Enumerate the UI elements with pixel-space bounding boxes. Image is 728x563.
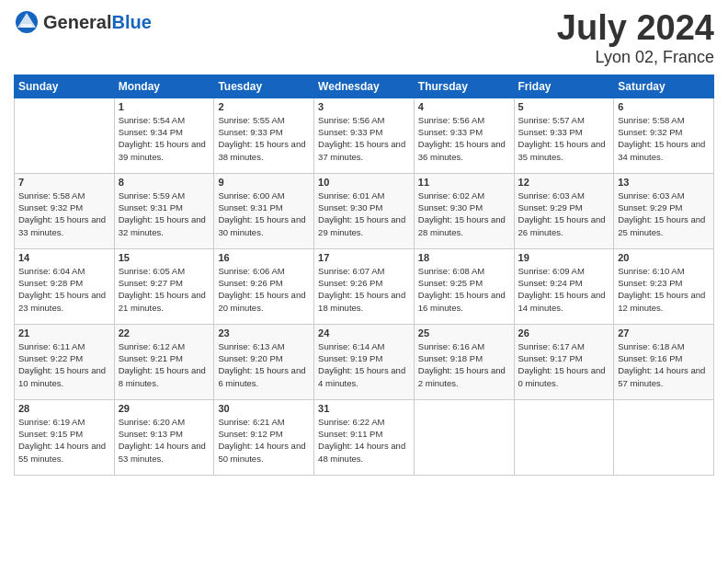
daylight: Daylight: 15 hours and 33 minutes. [18,214,106,236]
daylight: Daylight: 15 hours and 32 minutes. [119,214,206,236]
sunset: Sunset: 9:16 PM [618,353,682,363]
calendar-cell: 30Sunrise: 6:21 AMSunset: 9:12 PMDayligh… [214,399,314,475]
sunset: Sunset: 9:33 PM [418,127,483,137]
day-info: Sunrise: 6:07 AMSunset: 9:26 PMDaylight:… [318,265,410,314]
sunrise: Sunrise: 6:00 AM [218,190,284,201]
sunset: Sunset: 9:20 PM [218,353,282,363]
calendar-cell: 6Sunrise: 5:58 AMSunset: 9:32 PMDaylight… [614,98,714,173]
day-number: 20 [618,252,710,263]
day-info: Sunrise: 6:14 AMSunset: 9:19 PMDaylight:… [318,340,410,389]
sunrise: Sunrise: 5:59 AM [119,190,185,201]
sunset: Sunset: 9:26 PM [318,278,382,288]
day-info: Sunrise: 6:22 AMSunset: 9:11 PMDaylight:… [318,416,410,465]
calendar-week-2: 7Sunrise: 5:58 AMSunset: 9:32 PMDaylight… [15,173,714,248]
day-info: Sunrise: 6:11 AMSunset: 9:22 PMDaylight:… [18,340,110,389]
sunset: Sunset: 9:19 PM [318,353,382,363]
daylight: Daylight: 14 hours and 53 minutes. [119,441,206,463]
location-title: Lyon 02, France [557,48,714,67]
day-number: 23 [218,327,310,339]
calendar-cell: 21Sunrise: 6:11 AMSunset: 9:22 PMDayligh… [15,324,115,399]
sunset: Sunset: 9:15 PM [18,429,83,439]
sunrise: Sunrise: 6:03 AM [518,190,585,201]
day-header-tuesday: Tuesday [214,75,314,98]
sunset: Sunset: 9:13 PM [119,429,183,439]
sunset: Sunset: 9:32 PM [618,127,682,137]
sunset: Sunset: 9:21 PM [119,353,183,363]
daylight: Daylight: 15 hours and 34 minutes. [618,139,705,161]
day-info: Sunrise: 5:59 AMSunset: 9:31 PMDaylight:… [119,190,210,238]
day-info: Sunrise: 6:20 AMSunset: 9:13 PMDaylight:… [119,416,210,465]
sunset: Sunset: 9:33 PM [518,127,583,137]
day-number: 9 [218,177,310,188]
sunrise: Sunrise: 5:56 AM [418,115,484,125]
daylight: Daylight: 15 hours and 8 minutes. [119,365,206,387]
daylight: Daylight: 15 hours and 25 minutes. [618,214,705,236]
calendar-cell: 5Sunrise: 5:57 AMSunset: 9:33 PMDaylight… [514,98,614,173]
day-info: Sunrise: 6:02 AMSunset: 9:30 PMDaylight:… [418,190,510,238]
day-info: Sunrise: 5:58 AMSunset: 9:32 PMDaylight:… [618,114,710,163]
sunrise: Sunrise: 6:01 AM [318,190,384,201]
day-number: 15 [119,252,210,263]
daylight: Daylight: 15 hours and 16 minutes. [418,290,506,312]
sunset: Sunset: 9:25 PM [418,278,483,288]
calendar-cell: 29Sunrise: 6:20 AMSunset: 9:13 PMDayligh… [114,399,214,475]
header: GeneralBlue July 2024 Lyon 02, France [14,9,714,67]
sunrise: Sunrise: 6:17 AM [518,341,585,351]
daylight: Daylight: 14 hours and 50 minutes. [218,441,305,463]
daylight: Daylight: 15 hours and 20 minutes. [218,290,305,312]
day-info: Sunrise: 6:19 AMSunset: 9:15 PMDaylight:… [18,416,110,465]
day-info: Sunrise: 6:03 AMSunset: 9:29 PMDaylight:… [518,190,610,238]
calendar-table: SundayMondayTuesdayWednesdayThursdayFrid… [14,75,714,476]
day-info: Sunrise: 6:13 AMSunset: 9:20 PMDaylight:… [218,340,310,389]
day-number: 16 [218,252,310,263]
calendar-cell: 1Sunrise: 5:54 AMSunset: 9:34 PMDaylight… [114,98,214,173]
day-number: 14 [18,252,110,263]
day-number: 7 [18,177,110,188]
calendar-cell: 22Sunrise: 6:12 AMSunset: 9:21 PMDayligh… [114,324,214,399]
sunrise: Sunrise: 6:16 AM [418,341,484,351]
sunrise: Sunrise: 6:22 AM [318,417,384,427]
logo-text: GeneralBlue [43,12,152,33]
daylight: Daylight: 15 hours and 38 minutes. [218,139,305,161]
title-block: July 2024 Lyon 02, France [557,9,714,67]
daylight: Daylight: 15 hours and 21 minutes. [119,290,206,312]
sunrise: Sunrise: 6:05 AM [119,266,185,276]
sunset: Sunset: 9:34 PM [119,127,183,137]
calendar-week-5: 28Sunrise: 6:19 AMSunset: 9:15 PMDayligh… [15,399,714,475]
calendar-header-row: SundayMondayTuesdayWednesdayThursdayFrid… [15,75,714,98]
sunrise: Sunrise: 5:55 AM [218,115,284,125]
sunset: Sunset: 9:22 PM [18,353,83,363]
sunrise: Sunrise: 6:19 AM [18,417,85,427]
day-number: 8 [119,177,210,188]
day-number: 5 [518,101,610,112]
daylight: Daylight: 15 hours and 30 minutes. [218,214,305,236]
day-info: Sunrise: 5:54 AMSunset: 9:34 PMDaylight:… [119,114,210,163]
day-number: 29 [119,403,210,414]
day-number: 22 [119,327,210,339]
day-header-sunday: Sunday [15,75,115,98]
day-number: 11 [418,177,510,188]
daylight: Daylight: 15 hours and 39 minutes. [119,139,206,161]
day-info: Sunrise: 6:18 AMSunset: 9:16 PMDaylight:… [618,340,710,389]
calendar-cell: 7Sunrise: 5:58 AMSunset: 9:32 PMDaylight… [15,173,115,248]
calendar-cell: 9Sunrise: 6:00 AMSunset: 9:31 PMDaylight… [214,173,314,248]
day-info: Sunrise: 6:21 AMSunset: 9:12 PMDaylight:… [218,416,310,465]
day-header-friday: Friday [514,75,614,98]
daylight: Daylight: 15 hours and 29 minutes. [318,214,405,236]
calendar-cell [414,399,514,475]
daylight: Daylight: 15 hours and 14 minutes. [518,290,606,312]
sunrise: Sunrise: 6:10 AM [618,266,684,276]
calendar-cell: 14Sunrise: 6:04 AMSunset: 9:28 PMDayligh… [15,248,115,324]
day-info: Sunrise: 6:09 AMSunset: 9:24 PMDaylight:… [518,265,610,314]
sunset: Sunset: 9:31 PM [119,202,183,213]
day-header-monday: Monday [114,75,214,98]
sunset: Sunset: 9:33 PM [218,127,282,137]
day-number: 26 [518,327,610,339]
day-number: 4 [418,101,510,112]
daylight: Daylight: 15 hours and 6 minutes. [218,365,305,387]
calendar-cell: 12Sunrise: 6:03 AMSunset: 9:29 PMDayligh… [514,173,614,248]
calendar-cell: 17Sunrise: 6:07 AMSunset: 9:26 PMDayligh… [314,248,415,324]
day-header-thursday: Thursday [414,75,514,98]
sunset: Sunset: 9:12 PM [218,429,282,439]
day-number: 27 [618,327,710,339]
